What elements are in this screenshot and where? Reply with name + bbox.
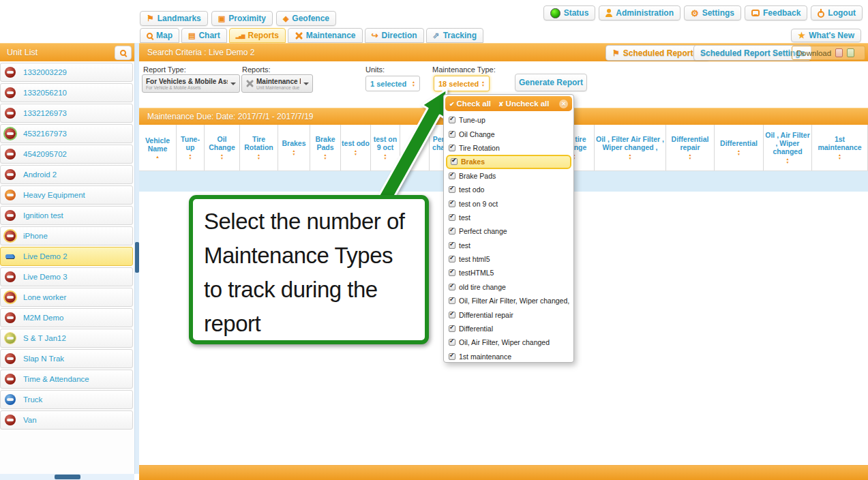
- unit-list-item[interactable]: Android 2: [0, 165, 133, 184]
- report-type-select[interactable]: For Vehicles & Mobile Assets For Vehicle…: [142, 74, 240, 93]
- unit-list-item[interactable]: Heavy Equipment: [0, 185, 133, 205]
- sort-icon[interactable]: [413, 149, 417, 156]
- generate-report-button[interactable]: Generate Report: [515, 74, 587, 91]
- maintenance-type-option[interactable]: Differential: [445, 322, 572, 335]
- unit-list-item[interactable]: 1332003229: [0, 63, 133, 82]
- table-column-header[interactable]: Tire Rotation: [240, 125, 278, 170]
- maintenance-type-option[interactable]: test: [445, 239, 572, 252]
- checkbox-checked-icon[interactable]: [449, 312, 455, 318]
- maintenance-type-option[interactable]: test html5: [445, 252, 572, 266]
- sort-icon[interactable]: [384, 153, 387, 160]
- pdf-download-icon[interactable]: [835, 48, 843, 57]
- checkbox-checked-icon[interactable]: [449, 353, 455, 360]
- checkbox-checked-icon[interactable]: [449, 186, 455, 193]
- checkbox-checked-icon[interactable]: [449, 172, 455, 179]
- maintenance-type-option[interactable]: Oil, Filter Air Filter, Wiper changed,: [445, 294, 572, 308]
- checkbox-checked-icon[interactable]: [449, 339, 455, 346]
- checkbox-checked-icon[interactable]: [449, 214, 455, 221]
- unit-list-item[interactable]: S & T Jan12: [0, 329, 133, 348]
- unit-list-item[interactable]: Slap N Trak: [0, 349, 133, 368]
- maintenance-type-option[interactable]: test on 9 oct: [445, 196, 572, 210]
- unit-list-item[interactable]: Live Demo 2: [0, 247, 133, 266]
- unit-list-item[interactable]: Time & Attendance: [0, 370, 133, 389]
- maintenance-type-option[interactable]: testHTML5: [445, 266, 572, 280]
- unit-list-item[interactable]: Truck: [0, 390, 133, 409]
- toolbar-button[interactable]: Landmarks: [140, 11, 208, 26]
- sort-icon[interactable]: [155, 155, 160, 159]
- maintenance-type-select[interactable]: 18 selected: [434, 76, 490, 91]
- checkbox-checked-icon[interactable]: [449, 131, 455, 138]
- unit-list-item[interactable]: 4532167973: [0, 124, 133, 143]
- unit-list-item[interactable]: M2M Demo: [0, 308, 133, 327]
- nav-tab[interactable]: Chart: [181, 28, 227, 43]
- maintenance-type-option[interactable]: Oil Change: [445, 127, 572, 140]
- table-column-header[interactable]: Differential repair: [666, 125, 715, 170]
- toolbar-button[interactable]: Feedback: [745, 5, 807, 20]
- checkbox-checked-icon[interactable]: [449, 269, 455, 276]
- table-column-header[interactable]: test on 9 oct: [371, 125, 400, 170]
- units-select[interactable]: 1 selected: [365, 76, 420, 91]
- sort-icon[interactable]: [220, 153, 224, 160]
- table-column-header[interactable]: Oil , Air Filter , Wiper changed: [764, 125, 812, 170]
- checkbox-checked-icon[interactable]: [449, 200, 455, 207]
- sort-icon[interactable]: [324, 153, 327, 160]
- table-column-header[interactable]: Brake Pads: [310, 125, 341, 170]
- whats-new-button[interactable]: What's New: [791, 29, 861, 42]
- checkbox-checked-icon[interactable]: [449, 297, 455, 304]
- uncheck-all-button[interactable]: Uncheck all: [498, 100, 549, 108]
- close-icon[interactable]: [559, 100, 568, 108]
- checkbox-checked-icon[interactable]: [449, 256, 455, 262]
- table-column-header[interactable]: Oil Change: [205, 125, 240, 170]
- unit-list-item[interactable]: Lone worker: [0, 288, 133, 307]
- maintenance-type-option[interactable]: Tire Rotation: [445, 141, 572, 155]
- unit-list-item[interactable]: Van: [0, 410, 133, 430]
- unit-list-item[interactable]: Ignition test: [0, 206, 133, 225]
- sort-icon[interactable]: [257, 153, 260, 160]
- maintenance-type-option[interactable]: old tire change: [445, 280, 572, 294]
- table-column-header[interactable]: Vehicle Name: [139, 125, 177, 170]
- toolbar-button[interactable]: Logout: [811, 5, 863, 20]
- nav-tab[interactable]: Tracking: [426, 28, 483, 43]
- toolbar-button[interactable]: Geofence: [276, 11, 336, 26]
- sort-icon[interactable]: [838, 153, 841, 160]
- checkbox-checked-icon[interactable]: [449, 145, 455, 151]
- table-column-header[interactable]: Tune-up: [177, 125, 205, 170]
- reports-select[interactable]: Maintenance Due Unit Maintenance due in …: [241, 74, 313, 93]
- table-column-header[interactable]: test: [400, 125, 430, 170]
- checkbox-checked-icon[interactable]: [449, 325, 455, 332]
- maintenance-type-option[interactable]: Tune-up: [445, 113, 572, 127]
- nav-tab[interactable]: Reports: [229, 28, 286, 43]
- checkbox-checked-icon[interactable]: [449, 228, 455, 235]
- table-column-header[interactable]: Oil , Filter Air Filter , Wiper changed …: [595, 125, 666, 170]
- unit-search-button[interactable]: [115, 46, 132, 60]
- scrollbar-thumb[interactable]: [55, 475, 80, 479]
- sort-icon[interactable]: [689, 153, 692, 160]
- checkbox-checked-icon[interactable]: [449, 284, 455, 290]
- maintenance-type-option[interactable]: Oil, Air Filter, Wiper changed: [445, 335, 572, 349]
- nav-tab[interactable]: Map: [140, 28, 179, 43]
- maintenance-type-option[interactable]: test odo: [445, 183, 572, 196]
- sidebar-horizontal-scrollbar[interactable]: [0, 474, 134, 480]
- table-column-header[interactable]: Brakes: [278, 125, 310, 170]
- unit-list-item[interactable]: 1332126973: [0, 104, 133, 123]
- unit-list-item[interactable]: Live Demo 3: [0, 267, 133, 286]
- excel-download-icon[interactable]: [847, 48, 854, 57]
- sort-icon[interactable]: [786, 158, 790, 164]
- checkbox-checked-icon[interactable]: [451, 158, 458, 165]
- sort-icon[interactable]: [189, 153, 192, 160]
- sort-icon[interactable]: [629, 153, 632, 160]
- maintenance-type-option[interactable]: test: [445, 211, 572, 224]
- sort-icon[interactable]: [737, 149, 740, 156]
- toolbar-button[interactable]: Administration: [599, 5, 680, 20]
- unit-list-item[interactable]: iPhone: [0, 226, 133, 245]
- sort-icon[interactable]: [293, 149, 296, 156]
- maintenance-type-option[interactable]: Brakes: [446, 155, 571, 168]
- maintenance-type-option[interactable]: Perfect change: [445, 224, 572, 238]
- nav-tab[interactable]: Maintenance: [288, 28, 363, 43]
- check-all-button[interactable]: Check all: [449, 100, 491, 108]
- unit-list-item[interactable]: 1332056210: [0, 83, 133, 102]
- sort-icon[interactable]: [354, 149, 357, 156]
- maintenance-type-option[interactable]: 1st maintenance: [445, 350, 572, 363]
- checkbox-checked-icon[interactable]: [449, 117, 455, 123]
- table-column-header[interactable]: test odo: [341, 125, 371, 170]
